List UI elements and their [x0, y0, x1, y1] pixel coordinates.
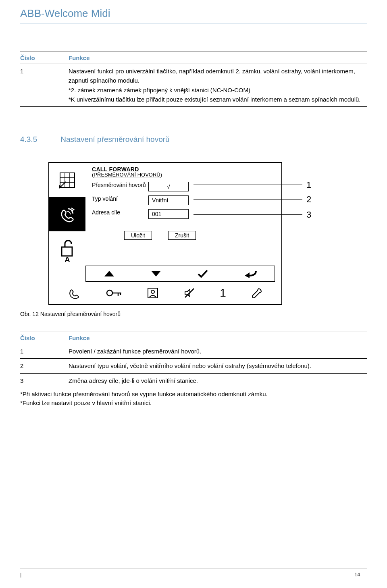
section-title: Nastavení přesměrování hovorů	[60, 135, 169, 143]
section-heading: 4.3.5 Nastavení přesměrování hovorů	[20, 135, 367, 144]
th-func: Funkce	[69, 332, 367, 344]
device-screen: A CALL FORWARD (PŘESMĚROVÁNÍ HOVORŮ) Pře…	[48, 162, 282, 305]
row1-value-box[interactable]: √	[148, 182, 189, 191]
cell-num: 1	[20, 64, 69, 107]
mute-icon	[183, 287, 196, 299]
row3-label: Adresa cíle	[92, 209, 148, 216]
nav-bar	[85, 266, 275, 282]
footnote-2: *Funkci lze nastavit pouze v hlavní vnit…	[20, 399, 367, 408]
sidebar-tile-lock: A	[49, 231, 85, 266]
save-button[interactable]: Uložit	[124, 231, 152, 240]
callout-1: 1	[306, 180, 311, 190]
callout-line-2	[194, 199, 302, 199]
table-row: 1 Povolení / zakázání funkce přesměrován…	[20, 344, 367, 359]
callout-3: 3	[306, 210, 311, 220]
row3-value-box[interactable]: 001	[148, 209, 189, 219]
grid-icon	[58, 171, 76, 189]
table-lower: Číslo Funkce 1 Povolení / zakázání funkc…	[20, 332, 367, 388]
down-icon[interactable]	[150, 270, 162, 277]
callout-line-3	[194, 214, 302, 215]
sidebar-tile-phone	[49, 197, 85, 231]
cell-text: Nastavení funkcí pro univerzální tlačítk…	[69, 64, 367, 107]
iconbar-number: 1	[220, 287, 226, 299]
footer-left: |	[20, 571, 21, 578]
up-icon[interactable]	[104, 270, 115, 277]
cancel-button[interactable]: Zrušit	[168, 231, 196, 240]
icon-row: 1	[49, 282, 281, 304]
contact-icon	[147, 287, 159, 299]
phone-forward-icon	[58, 205, 77, 224]
svg-marker-8	[104, 271, 114, 276]
sidebar-label-A: A	[65, 256, 70, 264]
back-icon[interactable]	[244, 269, 257, 278]
key-icon	[106, 289, 122, 297]
cell-num: 1	[20, 344, 69, 359]
page-title: ABB-Welcome Midi	[20, 0, 367, 23]
footer-page: — 14 —	[347, 571, 367, 578]
th-num: Číslo	[20, 332, 69, 344]
cell-num: 2	[20, 359, 69, 373]
table-row: 2 Nastavení typu volání, včetně vnitřníh…	[20, 359, 367, 373]
callout-line-1	[194, 185, 302, 185]
svg-marker-9	[151, 271, 161, 276]
callout-2: 2	[306, 194, 311, 205]
th-num: Číslo	[20, 52, 69, 64]
section-number: 4.3.5	[20, 135, 58, 144]
page-footer: | — 14 —	[20, 569, 367, 578]
svg-rect-7	[62, 247, 72, 256]
row1-label: Přesměrování hovorů	[92, 182, 148, 189]
row2-label: Typ volání	[92, 195, 148, 202]
table-upper: Číslo Funkce 1 Nastavení funkcí pro univ…	[20, 52, 367, 107]
sidebar-tile-grid	[49, 163, 85, 197]
table-row: 1 Nastavení funkcí pro univerzální tlačí…	[20, 64, 367, 107]
svg-point-11	[107, 290, 112, 296]
screen-subtitle: (PŘESMĚROVÁNÍ HOVORŮ)	[92, 172, 275, 178]
cell-num: 3	[20, 373, 69, 388]
th-func: Funkce	[69, 52, 367, 64]
figure-caption: Obr. 12 Nastavení přesměrování hovorů	[20, 311, 367, 317]
svg-marker-10	[245, 272, 250, 278]
table-row: 3 Změna adresy cíle, jde-li o volání vni…	[20, 373, 367, 388]
cell-text: Nastavení typu volání, včetně vnitřního …	[69, 359, 367, 373]
row2-value-box[interactable]: Vnitřní	[148, 195, 189, 205]
check-icon[interactable]	[197, 269, 208, 278]
wrench-icon	[251, 287, 263, 299]
handset-icon	[68, 286, 81, 300]
cell-text: Změna adresy cíle, jde-li o volání vnitř…	[69, 373, 367, 388]
svg-point-16	[151, 290, 154, 293]
cell-text: Povolení / zakázání funkce přesměrování …	[69, 344, 367, 359]
footnote-1: *Při aktivaci funkce přesměrování hovorů…	[20, 390, 367, 399]
